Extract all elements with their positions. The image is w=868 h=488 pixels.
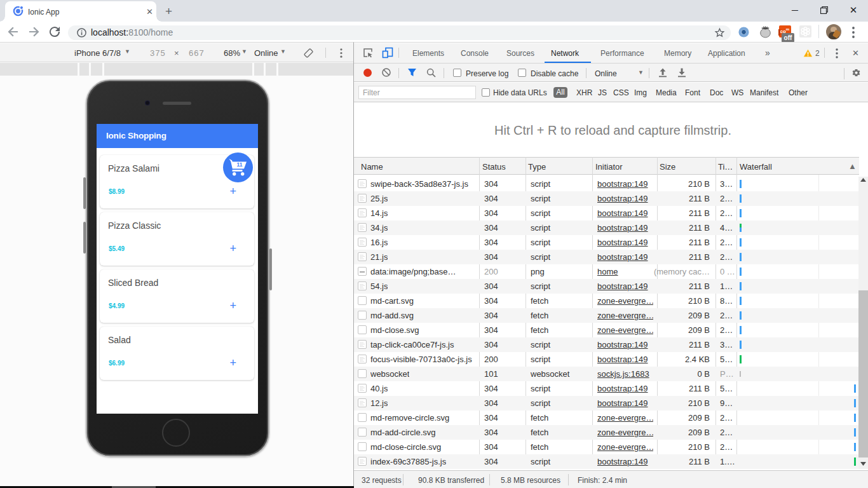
svg-text:11: 11: [237, 161, 243, 168]
